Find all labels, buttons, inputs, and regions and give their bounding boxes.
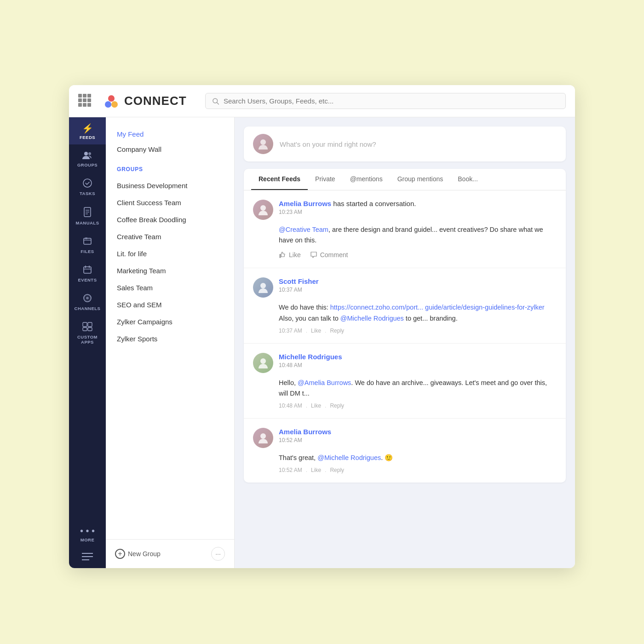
post-action-text-1: has started a conversation. (331, 200, 416, 207)
group-item-biz-dev[interactable]: Business Development (106, 177, 234, 194)
group-item-zylker-sports[interactable]: Zylker Sports (106, 330, 234, 347)
comment-label: Comment (320, 251, 348, 259)
svg-point-32 (260, 433, 266, 439)
michelle-avatar-img (253, 353, 273, 373)
tab-group-mentions[interactable]: Group mentions (390, 169, 451, 190)
search-input[interactable] (224, 97, 559, 105)
tab-private[interactable]: Private (308, 169, 343, 190)
more-label: MORE (80, 537, 95, 542)
post-author-amelia[interactable]: Amelia Burrows (279, 200, 331, 207)
sidebar-item-custom-apps[interactable]: CUSTOMAPPS (69, 316, 106, 350)
post-comment-time-2: 10:37 AM (279, 328, 302, 334)
amelia2-text-1: That's great, (279, 454, 317, 461)
tasks-icon (83, 178, 92, 189)
post-comment-meta-2: 10:37 AM . Like . Reply (279, 328, 557, 334)
post-body-4: That's great, @Michelle Rodrigues. 🙂 (279, 453, 557, 463)
groups-more-button[interactable]: ··· (211, 547, 225, 561)
post-time-1: 10:23 AM (279, 209, 557, 215)
svg-point-2 (111, 101, 118, 108)
group-item-seo-sem[interactable]: SEO and SEM (106, 296, 234, 313)
feeds-icon: ⚡ (82, 124, 93, 133)
search-bar[interactable] (205, 93, 566, 109)
sidebar-item-groups[interactable]: GROUPS (69, 144, 106, 172)
group-item-client-success[interactable]: Client Success Team (106, 194, 234, 211)
group-item-marketing[interactable]: Marketing Team (106, 262, 234, 279)
mention-amelia[interactable]: @Amelia Burrows (298, 379, 351, 386)
tab-bookmarks[interactable]: Book... (450, 169, 485, 190)
post-avatar-michelle (253, 353, 273, 373)
events-icon (83, 265, 92, 276)
sidebar-footer-menu[interactable] (69, 547, 106, 568)
compose-box: What's on your mind right now? (244, 126, 566, 161)
post-author-amelia-2[interactable]: Amelia Burrows (279, 428, 331, 436)
plus-circle-icon: + (115, 549, 125, 559)
sidebar-item-feeds[interactable]: ⚡ FEEDS (69, 117, 106, 144)
post-like-action-4[interactable]: Like (311, 467, 321, 473)
events-label: EVENTS (78, 277, 97, 282)
post-reply-action-4[interactable]: Reply (330, 467, 344, 473)
tab-mentions[interactable]: @mentions (343, 169, 390, 190)
sidebar-bottom: • • • MORE (69, 520, 106, 568)
header-bar: CONNECT (69, 85, 575, 117)
grid-menu-icon[interactable] (78, 94, 93, 109)
menu-lines-icon (82, 552, 93, 563)
post-author-michelle[interactable]: Michelle Rodrigues (279, 353, 342, 361)
svg-point-7 (83, 179, 92, 187)
scott-text-1: We do have this: (279, 304, 330, 311)
mention-michelle-2[interactable]: @Michelle Rodrigues (317, 454, 381, 461)
post-like-action-2[interactable]: Like (311, 328, 321, 334)
svg-rect-12 (84, 238, 91, 244)
new-group-button[interactable]: + New Group (115, 549, 161, 559)
dots-icon: ··· (215, 550, 221, 558)
post-time-3: 10:48 AM (279, 362, 557, 368)
post-body-1: @Creative Team, are there design and bra… (279, 224, 557, 246)
like-icon (279, 251, 286, 259)
comment-button-1[interactable]: Comment (310, 251, 348, 259)
comment-icon (310, 251, 317, 259)
compose-avatar-image (253, 134, 273, 154)
group-item-lit-for-life[interactable]: Lit. for life (106, 245, 234, 262)
post-like-action-3[interactable]: Like (311, 402, 321, 409)
mention-creative-team[interactable]: @Creative Team (279, 226, 328, 233)
sidebar-item-tasks[interactable]: TASKS (69, 172, 106, 201)
sidebar-item-manuals[interactable]: MANUALS (69, 201, 106, 230)
post-author-scott[interactable]: Scott Fisher (279, 277, 319, 285)
logo-icon (102, 92, 121, 110)
svg-rect-13 (85, 237, 87, 239)
manuals-icon (83, 207, 92, 218)
sidebar-item-more[interactable]: • • • MORE (69, 520, 106, 547)
logo-text: CONNECT (124, 94, 187, 108)
group-item-sales[interactable]: Sales Team (106, 279, 234, 296)
post-avatar-amelia-2 (253, 428, 273, 448)
company-wall-link[interactable]: Company Wall (106, 142, 234, 157)
post-meta-2: Scott Fisher 10:37 AM (279, 277, 557, 298)
svg-point-28 (260, 139, 266, 145)
post-michelle-rodrigues: Michelle Rodrigues 10:48 AM Hello, @Amel… (244, 344, 566, 419)
group-item-creative[interactable]: Creative Team (106, 228, 234, 245)
group-item-coffee-break[interactable]: Coffee Break Doodling (106, 211, 234, 228)
custom-apps-icon (82, 322, 92, 333)
feed-tabs: Recent Feeds Private @mentions Group men… (244, 169, 566, 190)
post-reply-action-3[interactable]: Reply (330, 402, 344, 409)
post-link-scott[interactable]: https://connect.zoho.com/port... guide/a… (330, 304, 545, 311)
sidebar-item-files[interactable]: FILES (69, 230, 106, 259)
main-area: ⚡ FEEDS GROUPS TASKS MANUALS (69, 117, 575, 568)
post-avatar-scott (253, 277, 273, 298)
michelle-text-1: Hello, (279, 379, 298, 386)
post-avatar-amelia (253, 200, 273, 220)
post-header-4: Amelia Burrows 10:52 AM (253, 428, 557, 448)
groups-panel-footer: + New Group ··· (106, 539, 234, 568)
mention-michelle[interactable]: @Michelle Rodrigues (340, 315, 404, 322)
channels-label: CHANNELS (75, 306, 101, 311)
post-reply-action-2[interactable]: Reply (330, 328, 344, 334)
tab-recent-feeds[interactable]: Recent Feeds (251, 169, 308, 190)
groups-section-label: GROUPS (106, 157, 234, 177)
post-header-3: Michelle Rodrigues 10:48 AM (253, 353, 557, 373)
post-meta-3: Michelle Rodrigues 10:48 AM (279, 353, 557, 373)
sidebar-item-channels[interactable]: CHANNELS (69, 287, 106, 316)
compose-placeholder[interactable]: What's on your mind right now? (280, 140, 376, 148)
my-feed-link[interactable]: My Feed (106, 126, 234, 142)
like-button-1[interactable]: Like (279, 251, 301, 259)
sidebar-item-events[interactable]: EVENTS (69, 259, 106, 287)
group-item-zylker-campaigns[interactable]: Zylker Campaigns (106, 313, 234, 330)
